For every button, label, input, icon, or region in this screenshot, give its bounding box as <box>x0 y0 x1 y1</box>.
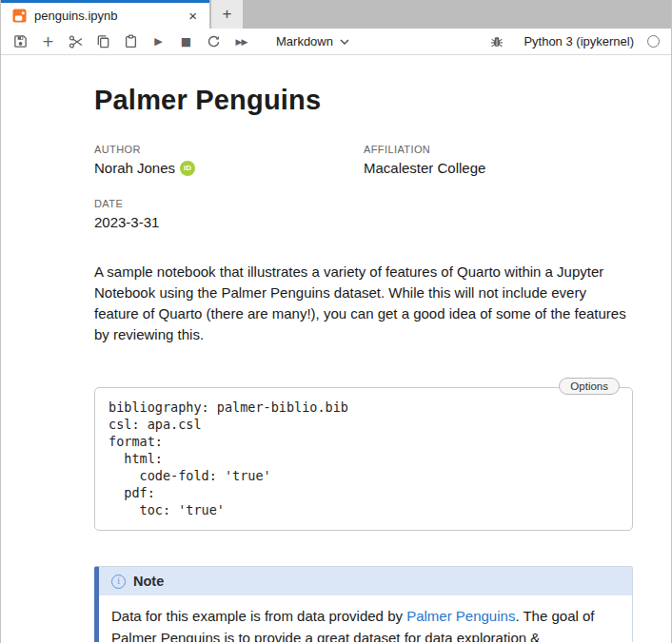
stop-kernel-icon[interactable]: ■ <box>172 30 200 53</box>
copy-cell-icon[interactable] <box>89 30 117 53</box>
affiliation-name: Macalester College <box>364 160 633 176</box>
tab-title: penguins.ipynb <box>34 9 178 23</box>
affiliation-label: AFFILIATION <box>364 144 633 155</box>
note-callout-body: Data for this example is from data provi… <box>99 595 632 642</box>
page-title: Palmer Penguins <box>94 85 633 116</box>
cell-type-value: Markdown <box>276 34 333 49</box>
yaml-line: bibliography: palmer-biblio.bib <box>109 399 619 416</box>
yaml-line: pdf: <box>109 484 619 501</box>
cell-type-dropdown[interactable]: Markdown <box>276 34 349 49</box>
note-callout: i Note Data for this example is from dat… <box>94 566 633 642</box>
chevron-down-icon <box>340 39 349 45</box>
affiliation-block: AFFILIATION Macalester College <box>364 144 633 176</box>
kernel-name[interactable]: Python 3 (ipykernel) <box>524 34 634 49</box>
cut-cell-icon[interactable] <box>62 30 89 53</box>
note-callout-title: Note <box>133 574 164 589</box>
toolbar-right: Python 3 (ipykernel) <box>483 30 660 53</box>
date-label: DATE <box>94 198 364 209</box>
date-value: 2023-3-31 <box>94 214 364 230</box>
title-meta-block: AUTHOR Norah Jones iD AFFILIATION Macale… <box>94 144 633 230</box>
rendered-markdown-cell: Palmer Penguins AUTHOR Norah Jones iD AF… <box>94 55 633 642</box>
add-cell-icon[interactable]: + <box>34 30 62 53</box>
close-tab-icon[interactable]: × <box>186 7 200 25</box>
yaml-line: code-fold: 'true' <box>109 467 619 484</box>
note-callout-header: i Note <box>99 567 632 595</box>
restart-kernel-icon[interactable] <box>200 30 227 53</box>
kernel-status-icon[interactable] <box>647 35 660 48</box>
notebook-window: penguins.ipynb × + + ▶ ■ ▶▶ Markdown <box>0 0 672 643</box>
yaml-options-block: Options bibliography: palmer-biblio.bib … <box>94 387 633 531</box>
author-name: Norah Jones <box>94 160 175 176</box>
notebook-toolbar: + ▶ ■ ▶▶ Markdown Python 3 (ipykernel) <box>1 29 671 55</box>
tab-penguins-ipynb[interactable]: penguins.ipynb × <box>1 0 209 29</box>
date-block: DATE 2023-3-31 <box>94 198 364 230</box>
run-all-icon[interactable]: ▶▶ <box>227 30 255 53</box>
notebook-file-icon <box>12 9 27 23</box>
debugger-bug-icon[interactable] <box>483 30 510 53</box>
new-tab-button[interactable]: + <box>211 0 243 29</box>
yaml-line: format: <box>109 433 619 450</box>
palmer-penguins-link[interactable]: Palmer Penguins <box>406 608 515 624</box>
yaml-line: toc: 'true' <box>109 501 619 518</box>
notebook-content: Palmer Penguins AUTHOR Norah Jones iD AF… <box>1 55 671 642</box>
author-block: AUTHOR Norah Jones iD <box>94 144 364 176</box>
note-text-prefix: Data for this example is from data provi… <box>111 608 406 624</box>
yaml-line: html: <box>109 450 619 467</box>
save-icon[interactable] <box>7 30 34 53</box>
author-label: AUTHOR <box>94 144 364 155</box>
yaml-line: csl: apa.csl <box>109 416 619 433</box>
tab-bar: penguins.ipynb × + <box>1 0 671 29</box>
run-cell-icon[interactable]: ▶ <box>145 30 172 53</box>
info-icon: i <box>111 575 126 589</box>
paste-cell-icon[interactable] <box>117 30 145 53</box>
intro-paragraph: A sample notebook that illustrates a var… <box>94 262 633 345</box>
orcid-icon[interactable]: iD <box>180 161 195 176</box>
options-button[interactable]: Options <box>559 378 620 395</box>
